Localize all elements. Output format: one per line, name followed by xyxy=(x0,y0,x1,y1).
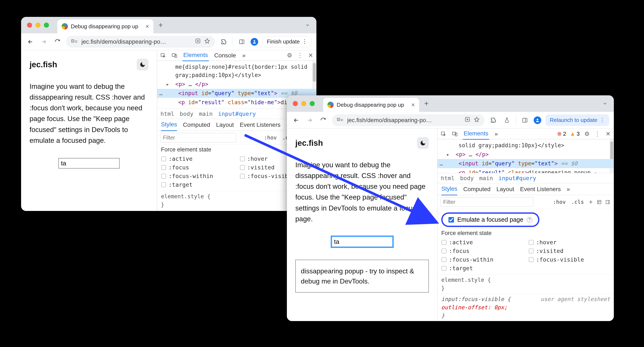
tab-more[interactable]: » xyxy=(567,183,570,195)
tab-layout[interactable]: Layout xyxy=(496,183,514,195)
forward-button[interactable] xyxy=(39,37,48,46)
tabs-dropdown-icon[interactable] xyxy=(303,21,312,29)
tab-event-listeners[interactable]: Event Listeners xyxy=(520,183,561,195)
close-icon[interactable]: ✕ xyxy=(604,130,611,137)
back-button[interactable] xyxy=(26,37,35,46)
bc-input[interactable]: input#query xyxy=(218,110,256,117)
dom-tree[interactable]: solid gray;padding:10px}</style> ▸<p> … … xyxy=(438,139,614,173)
theme-toggle[interactable] xyxy=(137,59,148,70)
state-target[interactable]: :target xyxy=(161,182,234,188)
hov-toggle[interactable]: :hov xyxy=(262,134,278,142)
state-active[interactable]: :active xyxy=(161,156,234,162)
bc-main[interactable]: main xyxy=(199,110,213,117)
site-info-icon[interactable] xyxy=(337,117,344,124)
labs-icon[interactable] xyxy=(502,116,512,125)
help-icon[interactable]: ? xyxy=(527,217,532,222)
bc-body[interactable]: body xyxy=(460,175,474,182)
tabs-dropdown-icon[interactable] xyxy=(601,99,609,108)
gear-icon[interactable]: ⚙ xyxy=(584,130,590,137)
window-close-icon[interactable] xyxy=(27,22,32,28)
side-panel-icon[interactable] xyxy=(520,116,530,125)
back-button[interactable] xyxy=(292,116,301,125)
kebab-icon[interactable]: ⋮ xyxy=(594,130,601,137)
bookmark-icon[interactable] xyxy=(474,117,480,124)
styles-filter-input[interactable] xyxy=(440,197,533,207)
profile-avatar[interactable] xyxy=(250,38,258,46)
tab-styles[interactable]: Styles xyxy=(161,118,177,131)
window-close-icon[interactable] xyxy=(293,101,298,106)
reload-button[interactable] xyxy=(53,37,62,46)
window-minimize-icon[interactable] xyxy=(36,22,40,28)
browser-tab[interactable]: Debug disappearing pop up × xyxy=(58,20,153,33)
tab-styles[interactable]: Styles xyxy=(441,183,457,195)
state-focus-within[interactable]: :focus-within xyxy=(161,173,234,179)
theme-toggle[interactable] xyxy=(417,137,429,149)
state-focus[interactable]: :focus xyxy=(161,164,234,171)
device-toolbar-icon[interactable] xyxy=(171,52,178,59)
dom-breadcrumb[interactable]: html body main input#query xyxy=(438,173,614,183)
hov-toggle[interactable]: :hov xyxy=(552,198,568,206)
address-bar[interactable]: jec.fish/demo/disappearing-po… xyxy=(332,114,484,126)
inspect-icon[interactable] xyxy=(160,52,166,59)
element-style-block[interactable]: element.style { } xyxy=(438,274,614,294)
state-target[interactable]: :target xyxy=(442,265,522,272)
inspect-icon[interactable] xyxy=(440,130,447,137)
new-tab-button[interactable]: + xyxy=(158,21,163,30)
bc-html[interactable]: html xyxy=(441,175,454,182)
close-icon[interactable]: ✕ xyxy=(307,52,314,59)
query-input[interactable] xyxy=(332,236,393,247)
computed-styles-sidebar-icon[interactable] xyxy=(604,199,611,205)
side-panel-icon[interactable] xyxy=(237,37,246,46)
styles-filter-input[interactable] xyxy=(160,133,236,142)
bc-main[interactable]: main xyxy=(479,175,493,182)
emulate-focused-checkbox[interactable] xyxy=(448,217,454,222)
bc-input[interactable]: input#query xyxy=(498,175,536,182)
window-maximize-icon[interactable] xyxy=(44,22,49,28)
reload-button[interactable] xyxy=(318,116,328,125)
tab-computed[interactable]: Computed xyxy=(183,119,210,131)
bookmark-icon[interactable] xyxy=(204,38,210,45)
state-focus[interactable]: :focus xyxy=(442,248,522,254)
device-toolbar-icon[interactable] xyxy=(452,130,458,137)
tab-more[interactable]: » xyxy=(494,128,499,140)
state-active[interactable]: :active xyxy=(442,239,522,246)
window-minimize-icon[interactable] xyxy=(301,101,306,106)
cls-toggle[interactable]: .cls xyxy=(570,198,586,206)
ua-rule-block[interactable]: input:focus-visible {user agent styleshe… xyxy=(438,294,614,321)
install-app-icon[interactable] xyxy=(195,38,200,45)
bc-html[interactable]: html xyxy=(160,110,174,117)
tab-elements[interactable]: Elements xyxy=(182,50,209,61)
window-maximize-icon[interactable] xyxy=(310,101,315,106)
tab-more[interactable]: » xyxy=(241,50,246,61)
kebab-icon[interactable]: ⋮ xyxy=(296,52,303,59)
update-chip[interactable]: Finish update ⋮ xyxy=(262,36,312,47)
address-bar[interactable]: jec.fish/demo/disappearing-po… xyxy=(66,36,215,48)
emulate-focused-page[interactable]: Emulate a focused page ? xyxy=(441,212,539,227)
browser-tab[interactable]: Debug disappearing pop up × xyxy=(323,98,419,112)
state-focus-visible[interactable]: :focus-visible xyxy=(529,256,610,263)
gear-icon[interactable]: ⚙ xyxy=(286,52,293,59)
close-icon[interactable]: × xyxy=(145,23,149,30)
forward-button[interactable] xyxy=(305,116,314,125)
bc-body[interactable]: body xyxy=(180,110,194,117)
tab-event-listeners[interactable]: Event Listeners xyxy=(240,119,280,131)
tab-computed[interactable]: Computed xyxy=(463,183,490,195)
extensions-icon[interactable] xyxy=(219,37,228,46)
new-tab-button[interactable]: + xyxy=(424,99,429,108)
tab-console[interactable]: Console xyxy=(214,50,237,61)
rendering-icon[interactable] xyxy=(596,199,602,205)
close-icon[interactable]: × xyxy=(411,101,415,108)
install-app-icon[interactable] xyxy=(465,117,470,124)
state-focus-within[interactable]: :focus-within xyxy=(442,256,522,263)
new-style-rule-icon[interactable]: + xyxy=(588,199,594,205)
tab-layout[interactable]: Layout xyxy=(216,119,234,131)
extensions-icon[interactable] xyxy=(489,116,498,125)
update-chip[interactable]: Relaunch to update ⋮ xyxy=(546,114,609,126)
site-info-icon[interactable] xyxy=(71,38,78,45)
state-hover[interactable]: :hover xyxy=(529,239,610,246)
query-input[interactable] xyxy=(58,158,120,168)
profile-avatar[interactable] xyxy=(534,116,541,124)
warning-count[interactable]: ▲3 xyxy=(570,130,580,137)
error-count[interactable]: ⊗2 xyxy=(557,130,566,137)
tab-elements[interactable]: Elements xyxy=(463,128,489,140)
